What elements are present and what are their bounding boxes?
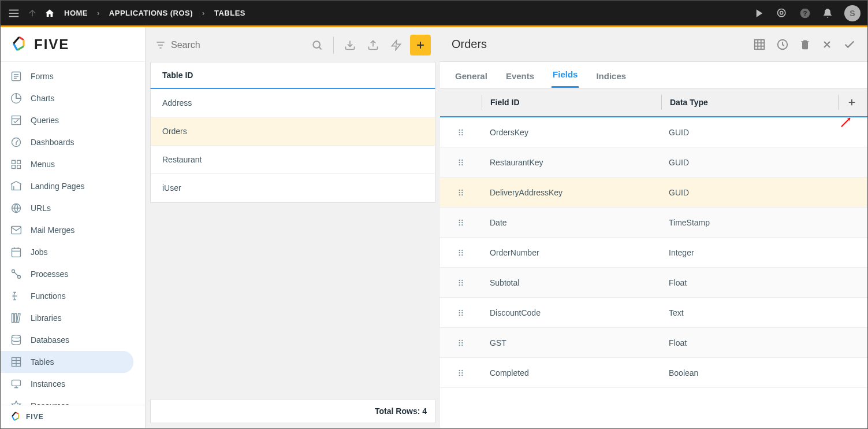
fields-header: Field ID Data Type [440, 88, 867, 117]
help-icon[interactable]: ? [799, 8, 811, 19]
field-id: Date [482, 218, 661, 227]
svg-point-107 [461, 314, 463, 315]
table-row[interactable]: Address [151, 89, 435, 117]
svg-rect-21 [17, 165, 21, 169]
charts-icon [10, 92, 23, 105]
svg-point-73 [461, 159, 463, 160]
table-list-panel: Table ID AddressOrdersRestaurantiUser To… [146, 27, 440, 428]
sidebar-item-urls[interactable]: URLs [1, 197, 145, 219]
svg-point-5 [778, 9, 785, 16]
sidebar-item-libraries[interactable]: Libraries [1, 307, 145, 329]
drag-handle-icon[interactable] [440, 219, 482, 227]
history-icon[interactable] [776, 38, 789, 51]
field-type: Float [661, 278, 687, 287]
processes-icon [10, 268, 23, 280]
sidebar-item-dashboards[interactable]: Dashboards [1, 131, 145, 153]
field-row[interactable]: DeliveryAddressKeyGUID [440, 177, 867, 208]
table-view-icon[interactable] [753, 38, 766, 51]
drag-handle-icon[interactable] [440, 279, 482, 287]
drag-handle-icon[interactable] [440, 158, 482, 167]
check-icon[interactable] [843, 38, 856, 51]
drag-handle-icon[interactable] [440, 369, 482, 377]
svg-point-69 [461, 131, 463, 132]
sidebar-item-label: Instances [31, 379, 65, 389]
field-row[interactable]: OrderNumberInteger [440, 238, 867, 268]
sidebar-item-landing-pages[interactable]: Landing Pages [1, 175, 145, 197]
field-row[interactable]: SubtotalFloat [440, 268, 867, 298]
breadcrumb-home[interactable]: HOME [64, 9, 88, 17]
breadcrumb: HOME › APPLICATIONS (ROS) › TABLES [44, 8, 245, 19]
sidebar-item-functions[interactable]: Functions [1, 285, 145, 307]
logo-icon-small [10, 411, 21, 423]
search-icon[interactable] [308, 36, 326, 54]
hamburger-icon[interactable] [8, 7, 20, 20]
svg-point-71 [461, 134, 463, 135]
sidebar-item-label: Libraries [31, 313, 62, 323]
play-icon[interactable] [754, 8, 765, 19]
close-icon[interactable] [821, 39, 833, 50]
search-input[interactable] [171, 40, 303, 50]
add-button[interactable] [410, 35, 431, 56]
avatar[interactable]: S [844, 5, 860, 21]
table-row[interactable]: Orders [151, 117, 435, 146]
sidebar-item-queries[interactable]: Queries [1, 109, 145, 131]
bolt-icon[interactable] [387, 36, 405, 54]
svg-point-79 [461, 189, 463, 190]
breadcrumb-tables[interactable]: TABLES [214, 9, 245, 17]
tab-events[interactable]: Events [505, 64, 535, 88]
add-field-button[interactable] [847, 97, 867, 108]
field-row[interactable]: GSTFloat [440, 328, 867, 358]
up-arrow-icon[interactable] [27, 8, 38, 19]
field-row[interactable]: RestaurantKeyGUID [440, 147, 867, 177]
sidebar-item-label: Menus [31, 160, 55, 169]
sidebar-item-forms[interactable]: Forms [1, 65, 145, 87]
field-row[interactable]: DiscountCodeText [440, 298, 867, 328]
sidebar-item-label: Databases [31, 335, 69, 345]
tab-fields[interactable]: Fields [552, 62, 579, 88]
sidebar: FIVE FormsChartsQueriesDashboardsMenusLa… [1, 27, 146, 428]
field-row[interactable]: DateTimeStamp [440, 208, 867, 238]
sidebar-item-label: Functions [31, 291, 66, 301]
sidebar-item-jobs[interactable]: Jobs [1, 241, 145, 263]
tab-general[interactable]: General [454, 64, 489, 88]
drag-handle-icon[interactable] [440, 339, 482, 347]
sidebar-item-processes[interactable]: Processes [1, 263, 145, 285]
field-type: GUID [661, 128, 689, 137]
svg-point-101 [461, 284, 463, 285]
table-row[interactable]: Restaurant [151, 146, 435, 174]
zoom-icon[interactable] [776, 8, 788, 19]
svg-marker-4 [757, 9, 763, 17]
tab-indices[interactable]: Indices [595, 64, 627, 88]
sidebar-item-instances[interactable]: Instances [1, 373, 145, 395]
drag-handle-icon[interactable] [440, 188, 482, 197]
field-row[interactable]: CompletedBoolean [440, 358, 867, 388]
svg-rect-19 [17, 160, 21, 164]
svg-point-87 [461, 221, 463, 223]
bell-icon[interactable] [822, 8, 833, 19]
drag-handle-icon[interactable] [440, 128, 482, 136]
sidebar-item-mail-merges[interactable]: Mail Merges [1, 219, 145, 241]
drag-handle-icon[interactable] [440, 249, 482, 257]
table-row[interactable]: iUser [151, 174, 435, 202]
svg-point-48 [313, 41, 320, 48]
sidebar-item-resources[interactable]: Resources [1, 395, 145, 405]
sidebar-item-menus[interactable]: Menus [1, 153, 145, 175]
trash-icon[interactable] [799, 39, 811, 50]
drag-handle-icon[interactable] [440, 309, 482, 317]
filter-icon[interactable] [155, 39, 166, 51]
svg-rect-55 [755, 39, 765, 49]
sidebar-item-databases[interactable]: Databases [1, 329, 145, 351]
sidebar-item-charts[interactable]: Charts [1, 87, 145, 109]
breadcrumb-apps[interactable]: APPLICATIONS (ROS) [109, 9, 193, 17]
svg-point-108 [459, 339, 460, 341]
field-type: TimeStamp [661, 218, 710, 227]
import-icon[interactable] [341, 36, 359, 54]
field-id: Completed [482, 368, 661, 378]
sidebar-item-tables[interactable]: Tables [1, 351, 133, 373]
svg-line-32 [14, 272, 18, 276]
field-row[interactable]: OrdersKeyGUID [440, 117, 867, 147]
column-data-type: Data Type [662, 98, 847, 107]
export-icon[interactable] [364, 36, 382, 54]
home-icon[interactable] [44, 8, 55, 19]
instances-icon [10, 378, 23, 390]
